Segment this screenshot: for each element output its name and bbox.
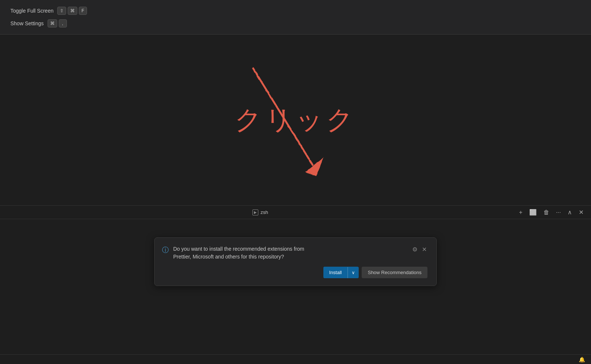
collapse-icon: ∧ [568, 209, 572, 216]
install-button[interactable]: Install [323, 267, 348, 278]
terminal-shell-icon: ▶ [252, 209, 258, 215]
main-content-area: クリック [0, 35, 591, 205]
collapse-terminal-button[interactable]: ∧ [566, 208, 574, 217]
gear-icon: ⚙ [412, 246, 417, 253]
f-key: F [79, 7, 87, 15]
terminal-header: ▶ zsh + ⬜ 🗑 ··· ∧ ✕ [0, 206, 591, 219]
close-terminal-button[interactable]: ✕ [577, 208, 585, 217]
terminal-shell-label: zsh [261, 209, 268, 215]
info-icon: ⓘ [162, 246, 169, 254]
trash-icon: 🗑 [543, 209, 549, 216]
comma-key: , [59, 19, 67, 27]
notification-bell-icon[interactable]: 🔔 [579, 357, 585, 363]
show-settings-label: Show Settings [10, 20, 44, 26]
notification-popup: ⓘ Do you want to install the recommended… [154, 237, 437, 286]
install-dropdown-button[interactable]: ∨ [348, 267, 359, 278]
shift-key: ⇧ [57, 7, 66, 15]
split-terminal-button[interactable]: ⬜ [528, 208, 538, 217]
toggle-fullscreen-shortcuts: ⇧ ⌘ F [57, 7, 87, 15]
notification-line2: Prettier, Microsoft and others for this … [173, 254, 284, 260]
terminal-title: ▶ zsh [252, 209, 268, 215]
add-terminal-button[interactable]: + [517, 208, 524, 217]
status-bar: 🔔 [0, 354, 591, 364]
notification-icon-buttons: ⚙ ✕ [411, 245, 427, 254]
install-button-group: Install ∨ [323, 267, 359, 278]
notification-message: Do you want to install the recommended e… [173, 245, 407, 261]
cmd-key: ⌘ [68, 7, 77, 15]
add-icon: + [519, 209, 522, 216]
split-icon: ⬜ [529, 209, 537, 216]
cmd-key-2: ⌘ [48, 19, 57, 27]
svg-marker-1 [305, 157, 323, 176]
notification-action-buttons: Install ∨ Show Recommendations [162, 267, 427, 278]
close-icon: ✕ [422, 246, 427, 253]
show-recommendations-button[interactable]: Show Recommendations [362, 267, 427, 278]
toggle-fullscreen-item[interactable]: Toggle Full Screen ⇧ ⌘ F [7, 4, 584, 17]
close-icon: ✕ [579, 209, 584, 216]
show-settings-shortcuts: ⌘ , [48, 19, 67, 27]
top-menu-area: Toggle Full Screen ⇧ ⌘ F Show Settings ⌘… [0, 0, 591, 34]
terminal-body: ⓘ Do you want to install the recommended… [0, 219, 591, 338]
more-options-button[interactable]: ··· [555, 208, 562, 217]
notification-line1: Do you want to install the recommended e… [173, 246, 304, 252]
notification-header: ⓘ Do you want to install the recommended… [162, 245, 427, 261]
delete-terminal-button[interactable]: 🗑 [542, 208, 551, 217]
ellipsis-icon: ··· [556, 209, 561, 216]
notification-settings-button[interactable]: ⚙ [411, 245, 418, 254]
chevron-down-icon: ∨ [352, 270, 355, 275]
terminal-actions: + ⬜ 🗑 ··· ∧ ✕ [517, 208, 585, 217]
terminal-section: ▶ zsh + ⬜ 🗑 ··· ∧ ✕ [0, 206, 591, 338]
show-settings-item[interactable]: Show Settings ⌘ , [7, 17, 584, 30]
notification-close-button[interactable]: ✕ [421, 245, 427, 254]
toggle-fullscreen-label: Toggle Full Screen [10, 8, 54, 14]
japanese-annotation: クリック [235, 102, 356, 138]
